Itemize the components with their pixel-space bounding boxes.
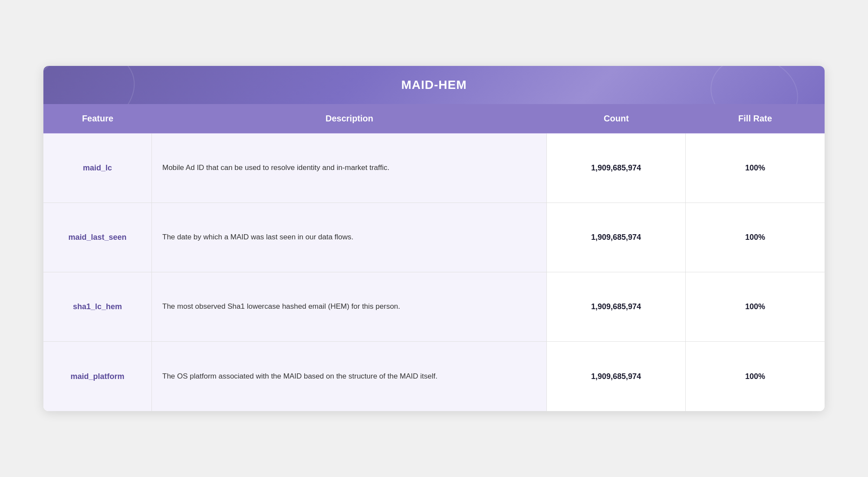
count-value-1: 1,909,685,974: [591, 233, 641, 242]
fillrate-value-0: 100%: [745, 163, 765, 173]
count-value-0: 1,909,685,974: [591, 163, 641, 173]
fillrate-value-3: 100%: [745, 372, 765, 381]
fillrate-value-2: 100%: [745, 302, 765, 311]
description-cell-3: The OS platform associated with the MAID…: [152, 342, 547, 411]
table-row: maid_last_seen The date by which a MAID …: [43, 203, 825, 272]
fillrate-cell-2: 100%: [686, 272, 825, 341]
table-row: maid_lc Mobile Ad ID that can be used to…: [43, 134, 825, 203]
col-header-count: Count: [547, 104, 686, 133]
feature-cell-3: maid_platform: [43, 342, 152, 411]
count-value-2: 1,909,685,974: [591, 302, 641, 311]
feature-cell-0: maid_lc: [43, 134, 152, 203]
table-body: maid_lc Mobile Ad ID that can be used to…: [43, 134, 825, 411]
count-cell-3: 1,909,685,974: [547, 342, 686, 411]
feature-name-3: maid_platform: [70, 372, 124, 381]
col-header-description: Description: [152, 104, 547, 133]
feature-name-0: maid_lc: [83, 163, 112, 173]
main-container: MAID-HEM Feature Description Count Fill …: [43, 66, 825, 411]
description-text-2: The most observed Sha1 lowercase hashed …: [162, 301, 400, 312]
fillrate-cell-1: 100%: [686, 203, 825, 272]
col-header-fill-rate: Fill Rate: [686, 104, 825, 133]
table-row: maid_platform The OS platform associated…: [43, 342, 825, 411]
count-cell-2: 1,909,685,974: [547, 272, 686, 341]
banner: MAID-HEM: [43, 66, 825, 104]
feature-cell-2: sha1_lc_hem: [43, 272, 152, 341]
banner-title: MAID-HEM: [401, 78, 467, 91]
description-text-3: The OS platform associated with the MAID…: [162, 371, 437, 382]
fillrate-cell-0: 100%: [686, 134, 825, 203]
feature-name-1: maid_last_seen: [68, 233, 126, 242]
description-cell-0: Mobile Ad ID that can be used to resolve…: [152, 134, 547, 203]
table-row: sha1_lc_hem The most observed Sha1 lower…: [43, 272, 825, 342]
column-headers: Feature Description Count Fill Rate: [43, 104, 825, 134]
col-header-feature: Feature: [43, 104, 152, 133]
description-text-0: Mobile Ad ID that can be used to resolve…: [162, 162, 389, 173]
description-text-1: The date by which a MAID was last seen i…: [162, 232, 353, 243]
description-cell-2: The most observed Sha1 lowercase hashed …: [152, 272, 547, 341]
count-cell-0: 1,909,685,974: [547, 134, 686, 203]
description-cell-1: The date by which a MAID was last seen i…: [152, 203, 547, 272]
feature-cell-1: maid_last_seen: [43, 203, 152, 272]
fillrate-value-1: 100%: [745, 233, 765, 242]
count-cell-1: 1,909,685,974: [547, 203, 686, 272]
feature-name-2: sha1_lc_hem: [73, 302, 122, 311]
fillrate-cell-3: 100%: [686, 342, 825, 411]
count-value-3: 1,909,685,974: [591, 372, 641, 381]
